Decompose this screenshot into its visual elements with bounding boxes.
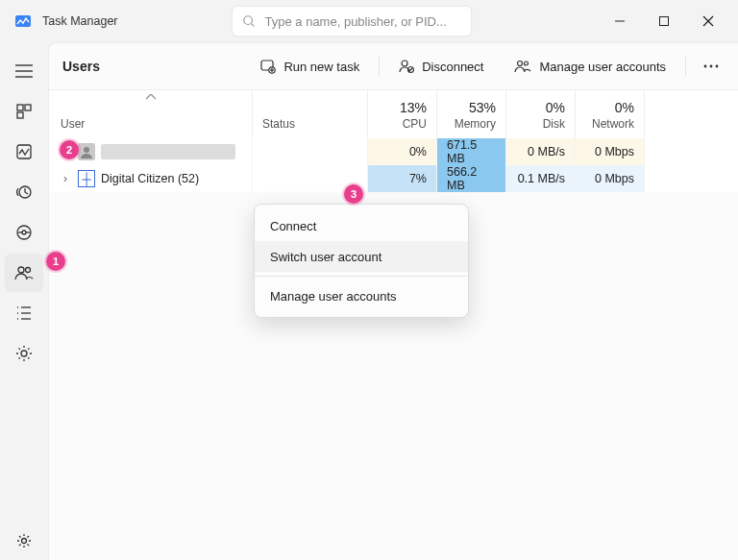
search-input[interactable]: Type a name, publisher, or PID...: [232, 6, 472, 37]
table-row[interactable]: ∨ 0% 671.5 MB 0 MB/s 0 Mbps: [49, 138, 738, 165]
cell-cpu: 7%: [368, 165, 437, 192]
svg-point-19: [18, 267, 24, 273]
nav-users[interactable]: [5, 254, 43, 292]
menu-manage-users-label: Manage user accounts: [270, 289, 397, 304]
users-table: User Status 13% CPU 53% Memory: [49, 89, 738, 192]
avatar: ┼: [78, 170, 95, 187]
more-icon: [703, 64, 719, 68]
callout-1: 1: [46, 252, 65, 271]
svg-point-40: [716, 65, 719, 68]
app-icon: [13, 12, 33, 31]
svg-point-41: [84, 147, 89, 153]
svg-rect-12: [17, 112, 23, 118]
cell-user: › ┼ Digital Citizen (52): [49, 165, 253, 192]
disconnect-button[interactable]: Disconnect: [387, 49, 495, 84]
svg-point-1: [243, 16, 252, 25]
app-title: Task Manager: [42, 14, 118, 28]
col-user[interactable]: User: [49, 90, 253, 138]
col-cpu[interactable]: 13% CPU: [368, 90, 437, 138]
settings-button[interactable]: [5, 522, 43, 560]
callout-3: 3: [344, 184, 363, 204]
users-icon: [514, 59, 531, 74]
nav-performance[interactable]: [5, 133, 43, 171]
menu-connect[interactable]: Connect: [255, 210, 468, 241]
sidebar: [0, 42, 48, 560]
nav-details[interactable]: [5, 294, 43, 332]
cell-status: [253, 138, 368, 165]
menu-connect-label: Connect: [270, 219, 316, 233]
search-icon: [242, 14, 256, 28]
nav-processes[interactable]: [5, 92, 43, 131]
disconnect-icon: [399, 59, 414, 74]
username-redacted: [101, 144, 235, 159]
col-cpu-label: CPU: [403, 117, 427, 131]
svg-point-39: [710, 65, 713, 68]
manage-users-label: Manage user accounts: [539, 60, 666, 74]
minimize-button[interactable]: [598, 6, 642, 37]
svg-point-37: [525, 61, 529, 65]
svg-point-38: [704, 65, 707, 68]
expand-icon[interactable]: ›: [59, 172, 72, 185]
toolbar-divider: [685, 56, 686, 77]
run-new-task-label: Run new task: [283, 60, 359, 74]
svg-point-17: [22, 231, 26, 234]
svg-point-28: [22, 539, 27, 544]
svg-point-36: [518, 61, 523, 66]
col-status[interactable]: Status: [253, 90, 368, 138]
col-disk-label: Disk: [543, 117, 565, 131]
col-disk[interactable]: 0% Disk: [506, 90, 576, 138]
col-memory-label: Memory: [455, 117, 496, 131]
col-network-label: Network: [592, 117, 634, 131]
col-user-label: User: [61, 117, 242, 131]
cell-network: 0 Mbps: [576, 138, 645, 165]
more-options-button[interactable]: [694, 49, 728, 84]
cell-user: ∨: [49, 138, 253, 165]
col-network[interactable]: 0% Network: [576, 90, 645, 138]
username: Digital Citizen (52): [101, 172, 199, 185]
close-button[interactable]: [686, 6, 730, 37]
svg-rect-11: [25, 105, 31, 110]
maximize-button[interactable]: [642, 6, 686, 37]
cell-cpu: 0%: [368, 138, 437, 165]
cell-disk: 0 MB/s: [506, 138, 576, 165]
memory-total: 53%: [469, 100, 496, 115]
run-task-icon: [260, 59, 276, 74]
svg-line-35: [409, 68, 413, 72]
page-title: Users: [62, 59, 100, 74]
hamburger-button[interactable]: [5, 52, 43, 90]
window-controls: [598, 6, 730, 37]
menu-switch-user[interactable]: Switch user account: [255, 241, 468, 272]
menu-separator: [255, 276, 468, 277]
svg-line-2: [251, 24, 254, 27]
titlebar: Task Manager Type a name, publisher, or …: [0, 0, 738, 42]
menu-manage-users[interactable]: Manage user accounts: [255, 280, 468, 311]
svg-point-27: [21, 351, 27, 356]
manage-user-accounts-button[interactable]: Manage user accounts: [503, 49, 677, 84]
disconnect-label: Disconnect: [422, 60, 483, 74]
network-total: 0%: [615, 100, 634, 115]
cell-memory: 566.2 MB: [437, 165, 506, 192]
table-row[interactable]: › ┼ Digital Citizen (52) 7% 566.2 MB 0.1…: [49, 165, 738, 192]
cpu-total: 13%: [400, 100, 427, 115]
col-memory[interactable]: 53% Memory: [437, 90, 506, 138]
nav-services[interactable]: [5, 334, 43, 373]
avatar: [78, 143, 95, 160]
svg-rect-10: [17, 105, 23, 110]
run-new-task-button[interactable]: Run new task: [249, 49, 371, 84]
body: Users Run new task Disconnect: [0, 42, 738, 560]
svg-point-20: [26, 268, 31, 273]
svg-rect-4: [660, 17, 669, 26]
disk-total: 0%: [546, 100, 565, 115]
user-context-menu: Connect Switch user account Manage user …: [254, 204, 469, 318]
sort-asc-icon: [146, 94, 156, 100]
svg-rect-13: [17, 145, 31, 158]
svg-point-33: [402, 61, 407, 66]
nav-app-history[interactable]: [5, 173, 43, 211]
callout-2: 2: [60, 140, 79, 159]
cell-disk: 0.1 MB/s: [506, 165, 576, 192]
toolbar: Users Run new task Disconnect: [49, 43, 738, 89]
task-manager-window: Task Manager Type a name, publisher, or …: [0, 0, 738, 560]
cell-network: 0 Mbps: [576, 165, 645, 192]
search-placeholder: Type a name, publisher, or PID...: [265, 14, 447, 29]
nav-startup-apps[interactable]: [5, 213, 43, 252]
